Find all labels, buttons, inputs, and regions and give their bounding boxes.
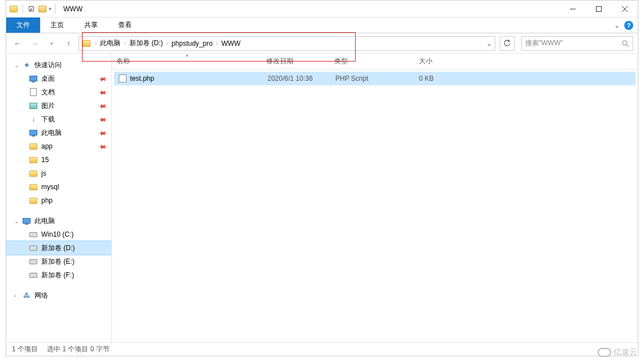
php-file-icon	[119, 75, 127, 82]
back-button[interactable]: ←	[11, 37, 24, 50]
doc-icon	[29, 88, 38, 97]
crumb[interactable]: 新加卷 (D:)	[127, 37, 165, 50]
sidebar-item[interactable]: 15	[6, 153, 111, 167]
navbar: ← → ▾ ↑ › 此电脑 › 新加卷 (D:) › phpstudy_pro …	[6, 33, 638, 54]
close-button[interactable]	[612, 1, 638, 18]
search-icon	[621, 40, 629, 47]
monitor-icon	[22, 216, 31, 225]
status-selected: 选中 1 个项目 0 字节	[47, 344, 110, 354]
tab-share[interactable]: 共享	[74, 18, 108, 33]
folder-icon	[29, 155, 38, 164]
sort-asc-icon: ▴	[186, 54, 188, 58]
sidebar-drive[interactable]: 新加卷 (F:)	[6, 268, 111, 282]
sidebar-quick-access[interactable]: ⌄ ★ 快速访问	[6, 58, 111, 72]
crumb[interactable]: WWW	[219, 37, 243, 50]
maximize-button[interactable]	[586, 1, 612, 18]
drive-icon	[29, 257, 38, 266]
column-date[interactable]: 修改日期	[262, 54, 330, 69]
sidebar-drive[interactable]: 新加卷 (D:)	[6, 241, 111, 255]
sidebar-item[interactable]: php	[6, 194, 111, 207]
sidebar-item[interactable]: 文档📌	[6, 85, 111, 99]
svg-line-5	[626, 45, 629, 47]
forward-button[interactable]: →	[28, 37, 41, 50]
file-list[interactable]: test.php 2020/6/1 10:36 PHP Script 0 KB	[112, 69, 638, 342]
drive-icon	[29, 230, 38, 239]
folder-icon	[29, 142, 38, 151]
sidebar-drive[interactable]: 新加卷 (E:)	[6, 255, 111, 268]
watermark: 亿速云	[598, 347, 637, 357]
folder-icon	[37, 4, 47, 14]
crumb[interactable]: phpstudy_pro	[169, 37, 215, 50]
sidebar-item[interactable]: mysql	[6, 180, 111, 194]
up-button[interactable]: ↑	[62, 37, 75, 50]
address-dropdown-icon[interactable]: ⌄	[483, 40, 495, 47]
chevron-down-icon[interactable]: ⌄	[14, 62, 19, 68]
sidebar-this-pc[interactable]: ⌄ 此电脑	[6, 214, 111, 228]
tab-home[interactable]: 主页	[40, 18, 74, 33]
column-type[interactable]: 类型	[330, 54, 395, 69]
crumb[interactable]: 此电脑	[98, 37, 123, 50]
column-size[interactable]: 大小	[395, 54, 437, 69]
pin-icon: 📌	[98, 88, 107, 97]
monitor-icon	[29, 128, 38, 137]
file-row[interactable]: test.php 2020/6/1 10:36 PHP Script 0 KB	[114, 72, 636, 85]
pin-icon: 📌	[98, 142, 107, 151]
download-icon: ↓	[29, 115, 38, 124]
address-bar[interactable]: › 此电脑 › 新加卷 (D:) › phpstudy_pro › WWW ⌄	[79, 36, 495, 51]
column-name[interactable]: ▴名称	[112, 54, 262, 69]
sidebar-item[interactable]: 桌面📌	[6, 72, 111, 85]
tab-file[interactable]: 文件	[6, 18, 40, 33]
statusbar: 1 个项目 选中 1 个项目 0 字节	[6, 342, 638, 356]
sidebar-item[interactable]: js	[6, 167, 111, 180]
window-title: WWW	[63, 5, 83, 13]
ribbon-expand-icon[interactable]: ⌄	[614, 21, 620, 29]
sidebar-network[interactable]: › 🖧 网络	[6, 289, 111, 302]
tab-view[interactable]: 查看	[108, 18, 142, 33]
titlebar: ☑ ▾ WWW	[6, 1, 638, 18]
sidebar-item[interactable]: 图片📌	[6, 99, 111, 112]
folder-icon	[29, 196, 38, 205]
search-input[interactable]: 搜索"WWW"	[521, 36, 633, 51]
folder-icon	[83, 40, 90, 47]
explorer-window: ☑ ▾ WWW 文件 主页 共享 查看 ⌄ ? ← → ▾ ↑ ›	[6, 0, 638, 356]
sidebar-drive[interactable]: Win10 (C:)	[6, 228, 111, 241]
sidebar-item[interactable]: ↓下载📌	[6, 112, 111, 126]
folder-icon	[29, 182, 38, 191]
breadcrumb: › 此电脑 › 新加卷 (D:) › phpstudy_pro › WWW	[94, 37, 483, 50]
pin-icon: 📌	[98, 74, 107, 83]
minimize-button[interactable]	[560, 1, 586, 18]
sidebar-item[interactable]: 此电脑📌	[6, 126, 111, 139]
chevron-right-icon[interactable]: ›	[14, 293, 16, 299]
picture-icon	[29, 101, 38, 110]
chevron-down-icon[interactable]: ⌄	[14, 218, 19, 224]
column-headers: ▴名称 修改日期 类型 大小	[112, 54, 638, 69]
monitor-icon	[29, 74, 38, 83]
file-list-area: ▴名称 修改日期 类型 大小 test.php 2020/6/1 10:36 P…	[112, 54, 638, 342]
qat-properties-icon[interactable]: ☑	[26, 4, 36, 14]
recent-dropdown[interactable]: ▾	[45, 37, 58, 50]
refresh-button[interactable]	[500, 36, 515, 51]
network-icon: 🖧	[22, 291, 31, 300]
help-icon[interactable]: ?	[624, 21, 633, 30]
svg-point-4	[623, 41, 627, 45]
folder-icon	[29, 169, 38, 178]
drive-icon	[29, 271, 38, 280]
nav-pane: ⌄ ★ 快速访问 桌面📌 文档📌 图片📌 ↓下载📌 此电脑📌 app📌 15 j…	[6, 54, 112, 342]
ribbon: 文件 主页 共享 查看 ⌄ ?	[6, 18, 638, 33]
star-icon: ★	[22, 60, 31, 69]
cloud-icon	[598, 348, 611, 357]
folder-icon	[8, 4, 19, 14]
pin-icon: 📌	[98, 128, 107, 137]
sidebar-item[interactable]: app📌	[6, 139, 111, 153]
status-count: 1 个项目	[12, 344, 38, 354]
pin-icon: 📌	[98, 101, 107, 110]
svg-rect-1	[597, 6, 602, 11]
drive-icon	[29, 243, 38, 252]
pin-icon: 📌	[98, 115, 107, 124]
